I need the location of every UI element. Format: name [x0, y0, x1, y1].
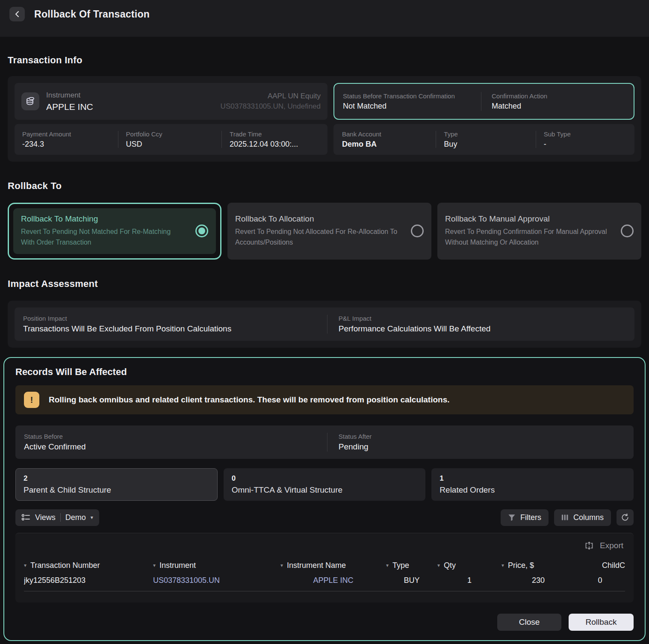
status-before-confirmation-label: Status Before Transaction Confirmation — [343, 92, 472, 100]
instrument-ticker: AAPL UN Equity — [221, 92, 321, 100]
tab-count: 2 — [24, 474, 209, 483]
option-title: Rollback To Manual Approval — [445, 214, 615, 224]
views-icon — [21, 513, 30, 522]
trade-time-label: Trade Time — [230, 130, 320, 138]
option-title: Rollback To Allocation — [235, 214, 405, 224]
transaction-info-title: Transaction Info — [8, 55, 641, 66]
sub-type-label: Sub Type — [544, 130, 627, 138]
warning-text: Rolling back omnibus and related client … — [49, 395, 450, 405]
column-header-price[interactable]: ▾ Price, $ — [502, 561, 575, 570]
cell-transaction-number: jky12556B251203 — [24, 576, 153, 585]
tab-omni-ttca-virtual-structure[interactable]: 0 Omni-TTCA & Virtual Structure — [224, 468, 426, 501]
column-header-childcount[interactable]: ChildC — [575, 561, 625, 570]
instrument-card: Instrument APPLE INC AAPL UN Equity US03… — [15, 83, 327, 120]
cell-qty: 1 — [437, 576, 502, 585]
table-row[interactable]: jky12556B251203 US0378331005.UN APPLE IN… — [15, 576, 634, 591]
back-button[interactable] — [9, 7, 25, 21]
pnl-impact-value: Performance Calculations Will Be Affecte… — [339, 324, 626, 334]
option-description: Revert To Pending Not Allocated For Re-A… — [235, 227, 405, 248]
tab-label: Parent & Child Structure — [24, 485, 209, 495]
sort-caret-icon: ▾ — [437, 562, 440, 568]
tab-label: Omni-TTCA & Virtual Structure — [232, 485, 418, 495]
divider — [60, 513, 61, 522]
radio-unselected[interactable] — [621, 225, 634, 237]
rollback-to-title: Rollback To — [8, 180, 641, 192]
sort-caret-icon: ▾ — [153, 562, 156, 568]
pnl-impact-label: P&L Impact — [339, 315, 626, 322]
coins-icon — [21, 92, 39, 110]
option-description: Revert To Pending Confirmation For Manua… — [445, 227, 615, 248]
chevron-down-icon: ▾ — [91, 514, 93, 520]
column-header-transaction-number[interactable]: ▾ Transaction Number — [24, 561, 153, 570]
option-rollback-to-manual-approval[interactable]: Rollback To Manual Approval Revert To Pe… — [437, 203, 641, 260]
top-header-bar: Rollback Of Transaction — [0, 0, 649, 37]
instrument-isin: US0378331005.UN, Undefined — [221, 102, 321, 111]
status-change-card: Status Before Active Confirmed Status Af… — [15, 425, 634, 459]
option-description: Revert To Pending Not Matched For Re-Mat… — [21, 227, 175, 248]
columns-label: Columns — [573, 513, 604, 522]
instrument-label: Instrument — [46, 91, 93, 100]
filters-button[interactable]: Filters — [501, 509, 549, 526]
payment-amount-label: Payment Amount — [22, 130, 110, 138]
records-table-panel: Export ▾ Transaction Number ▾ Instrument… — [15, 533, 634, 603]
portfolio-ccy-value: USD — [126, 140, 214, 149]
column-header-instrument-name[interactable]: ▾ Instrument Name — [280, 561, 386, 570]
records-affected-title: Records Will Be Affected — [15, 366, 634, 378]
type-label: Type — [444, 130, 528, 138]
status-confirmation-card: Status Before Transaction Confirmation N… — [333, 83, 634, 120]
views-selector-button[interactable]: Views Demo ▾ — [15, 509, 99, 526]
portfolio-ccy-label: Portfolio Ccy — [126, 130, 214, 138]
close-button[interactable]: Close — [497, 614, 561, 631]
current-view-name: Demo — [65, 513, 86, 522]
filters-label: Filters — [520, 513, 541, 522]
bank-account-value: Demo BA — [342, 140, 428, 149]
warning-banner: ! Rolling back omnibus and related clien… — [15, 385, 634, 414]
option-rollback-to-allocation[interactable]: Rollback To Allocation Revert To Pending… — [227, 203, 431, 260]
filter-icon — [508, 514, 516, 521]
option-rollback-to-matching[interactable]: Rollback To Matching Revert To Pending N… — [8, 203, 221, 260]
column-header-type[interactable]: ▾ Type — [386, 561, 437, 570]
position-impact-label: Position Impact — [23, 315, 319, 322]
option-title: Rollback To Matching — [21, 214, 175, 224]
radio-selected[interactable] — [195, 225, 208, 237]
confirmation-action-label: Confirmation Action — [492, 92, 625, 100]
cell-type: BUY — [386, 576, 437, 585]
warning-icon: ! — [24, 392, 39, 408]
chevron-left-icon — [15, 11, 20, 18]
status-before-value: Active Confirmed — [24, 442, 319, 452]
sort-caret-icon: ▾ — [502, 562, 504, 568]
payment-amount-value: -234.3 — [22, 140, 110, 149]
page-title: Rollback Of Transaction — [34, 7, 150, 21]
confirmation-action-value: Matched — [492, 102, 625, 111]
column-header-instrument[interactable]: ▾ Instrument — [153, 561, 280, 570]
impact-assessment-panel: Position Impact Transactions Will Be Exc… — [8, 301, 641, 348]
refresh-button[interactable] — [617, 509, 634, 526]
refresh-icon — [621, 513, 629, 522]
tab-label: Related Orders — [440, 485, 625, 495]
tab-related-orders[interactable]: 1 Related Orders — [431, 468, 634, 501]
table-toolbar: Views Demo ▾ Filters — [15, 509, 634, 526]
rollback-button[interactable]: Rollback — [569, 614, 634, 631]
status-before-confirmation-value: Not Matched — [343, 102, 472, 111]
transaction-info-panel: Instrument APPLE INC AAPL UN Equity US03… — [8, 76, 641, 162]
cell-price: 230 — [502, 576, 575, 585]
cell-instrument-link[interactable]: US0378331005.UN — [153, 576, 280, 585]
instrument-value: APPLE INC — [46, 102, 93, 112]
radio-unselected[interactable] — [411, 225, 424, 237]
status-before-label: Status Before — [24, 433, 319, 440]
trade-time-value: 2025.12.04 03:00:... — [230, 140, 320, 149]
status-after-value: Pending — [339, 442, 625, 452]
export-icon[interactable] — [584, 541, 594, 551]
bank-account-label: Bank Account — [342, 130, 428, 138]
column-header-qty[interactable]: ▾ Qty — [437, 561, 502, 570]
columns-button[interactable]: Columns — [554, 509, 611, 526]
cell-instrument-name-link[interactable]: APPLE INC — [280, 576, 386, 585]
tab-parent-child-structure[interactable]: 2 Parent & Child Structure — [15, 468, 218, 501]
export-label[interactable]: Export — [600, 541, 623, 550]
sort-caret-icon: ▾ — [280, 562, 283, 568]
table-header-row: ▾ Transaction Number ▾ Instrument ▾ Inst… — [15, 557, 634, 576]
tab-count: 1 — [440, 474, 625, 483]
status-after-label: Status After — [339, 433, 625, 440]
sort-caret-icon: ▾ — [24, 562, 27, 568]
tab-count: 0 — [232, 474, 418, 483]
